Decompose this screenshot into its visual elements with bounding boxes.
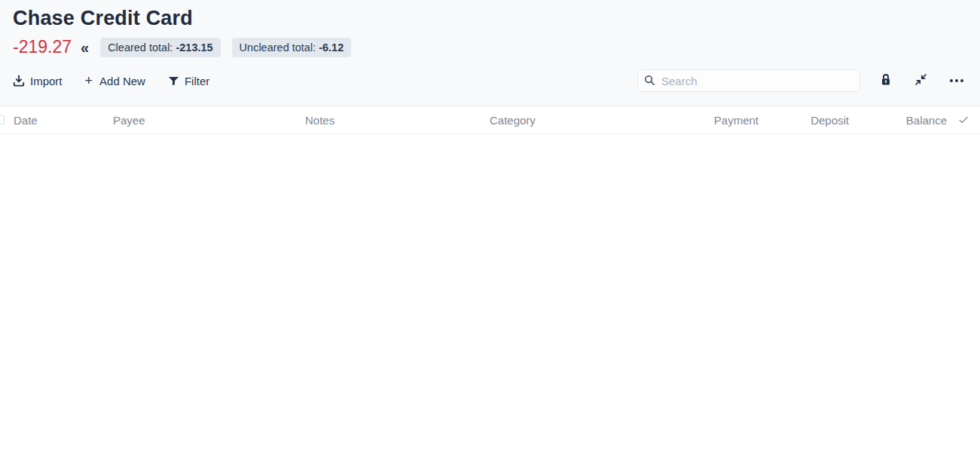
uncleared-total-badge: Uncleared total: -6.12 — [232, 38, 352, 57]
uncleared-total-value: -6.12 — [319, 41, 343, 54]
select-all-checkbox[interactable] — [0, 115, 5, 125]
collapse-view-button[interactable] — [914, 73, 927, 89]
cleared-total-badge: Cleared total: -213.15 — [100, 38, 220, 57]
search-input[interactable] — [637, 69, 860, 92]
cleared-total-value: -213.15 — [176, 41, 212, 54]
cleared-total-label: Cleared total: — [108, 41, 172, 54]
account-balance: -219.27 — [13, 37, 72, 57]
collapse-arrows-icon — [914, 73, 927, 89]
lock-icon — [880, 73, 892, 89]
funnel-icon — [168, 75, 179, 87]
column-header-deposit: Deposit — [759, 114, 849, 127]
filter-label: Filter — [185, 75, 209, 87]
column-header-payment: Payment — [673, 114, 759, 127]
add-new-label: Add New — [99, 75, 145, 87]
add-new-button[interactable]: + Add New — [85, 74, 145, 87]
column-header-balance: Balance — [849, 114, 947, 127]
toolbar: Import + Add New Filter — [13, 69, 966, 92]
table-header: Date Payee Notes Category Payment Deposi… — [0, 106, 980, 134]
download-icon — [13, 75, 25, 87]
search-box — [637, 69, 860, 92]
column-header-category: Category — [490, 114, 673, 127]
magnifier-icon — [644, 75, 655, 89]
privacy-lock-button[interactable] — [880, 73, 892, 89]
import-label: Import — [30, 75, 63, 87]
plus-icon: + — [85, 74, 93, 87]
column-header-notes: Notes — [305, 114, 490, 127]
balance-row: -219.27 « Cleared total: -213.15 Unclear… — [13, 37, 966, 57]
ellipsis-icon — [950, 79, 963, 82]
column-header-cleared-check-icon[interactable] — [947, 115, 980, 125]
account-header: Chase Credit Card -219.27 « Cleared tota… — [0, 0, 980, 106]
double-left-chevron-icon[interactable]: « — [81, 40, 89, 55]
uncleared-total-label: Uncleared total: — [240, 41, 316, 54]
page-title[interactable]: Chase Credit Card — [13, 7, 966, 30]
column-header-date: Date — [14, 114, 113, 127]
column-header-payee: Payee — [113, 114, 305, 127]
import-button[interactable]: Import — [13, 75, 63, 87]
more-menu-button[interactable] — [950, 79, 963, 82]
filter-button[interactable]: Filter — [168, 75, 209, 87]
